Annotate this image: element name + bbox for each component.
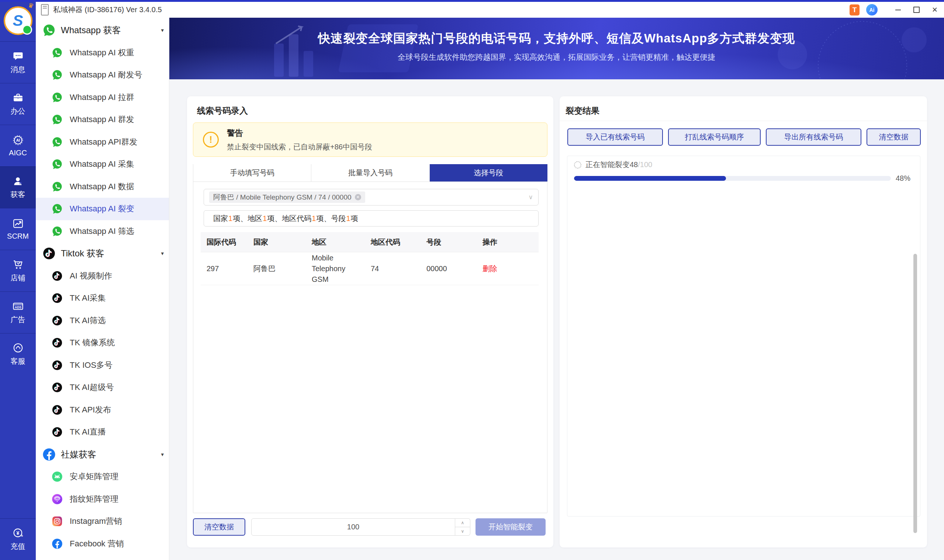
menu-facebook-marketing[interactable]: Facebook 营销 ▾	[36, 533, 169, 555]
window-title: 私域神器 (ID-386176) Ver 3.4.0.5	[53, 5, 162, 15]
svg-text:+: +	[21, 534, 23, 538]
rail-item-ads[interactable]: ADS 广告	[0, 291, 36, 333]
rail-nav: 消息 办公 AI AIGC 获客 SCRM 店铺 ADS	[0, 41, 36, 375]
tab-label: 选择号段	[474, 168, 503, 178]
count-stepper: ∧ ∨	[455, 518, 470, 535]
divider	[560, 121, 927, 121]
menu-whatsapp-acquisition[interactable]: Whatsapp 获客 ▾	[36, 19, 169, 42]
tab-select-segment[interactable]: 选择号段	[429, 164, 547, 182]
clear-data-button[interactable]: 清空数据	[193, 518, 245, 535]
rail-item-recharge[interactable]: ¥+ 充值	[0, 518, 36, 560]
rail-item-shop[interactable]: 店铺	[0, 250, 36, 291]
delete-row-link[interactable]: 删除	[483, 265, 497, 272]
main-area: 快速裂变全球国家热门号段的电话号码，支持外呼、短信及WhatsApp多方式群发变…	[169, 18, 944, 560]
menu-tk-ai-collect[interactable]: TK AI采集 ▾	[36, 287, 169, 309]
segment-select[interactable]: 阿鲁巴 / Mobile Telephony GSM / 74 / 00000 …	[204, 189, 538, 206]
menu-youtube-marketing[interactable]: Youtube 营销 ▾	[36, 555, 169, 560]
rail-item-scrm[interactable]: SCRM	[0, 208, 36, 250]
result-actions: 导入已有线索号码 打乱线索号码顺序 导出所有线索号码 清空数据	[567, 128, 921, 146]
stepper-down-button[interactable]: ∨	[455, 527, 470, 535]
menu-whatsapp-ai-group-pull[interactable]: Whatsapp AI 拉群 ▾	[36, 86, 169, 109]
svg-text:¥: ¥	[16, 530, 19, 535]
loading-spinner-icon	[574, 161, 581, 169]
menu-tk-ai-live[interactable]: TK AI直播 ▾	[36, 421, 169, 443]
tab-batch-import[interactable]: 批量导入号码	[311, 164, 429, 182]
menu-label: Whatsapp AI 筛选	[70, 226, 134, 237]
menu-whatsapp-ai-fission[interactable]: Whatsapp AI 裂变 ▾	[36, 198, 169, 220]
menu-label: Whatsapp AI 采集	[70, 158, 134, 170]
menu-android-matrix[interactable]: 安卓矩阵管理 ▾	[36, 466, 169, 488]
menu-label: TK AI超级号	[70, 382, 114, 393]
menu-fingerprint-matrix[interactable]: 指纹矩阵管理 ▾	[36, 488, 169, 511]
close-button[interactable]: ✕	[926, 2, 944, 18]
menu-social-acquisition[interactable]: 社媒获客 ▾	[36, 443, 169, 466]
menu-tk-api-publish[interactable]: TK API发布 ▾	[36, 399, 169, 421]
banner-subtitle: 全球号段生成软件助您跨越国界，实现高效沟通，拓展国际业务，让营销更精准，触达更便…	[169, 52, 944, 62]
app-window: ♛ S 消息 办公 AI AIGC 获客	[0, 0, 944, 560]
menu-whatsapp-ai-filter[interactable]: Whatsapp AI 筛选 ▾	[36, 220, 169, 243]
menu-label: Whatsapp AI 数据	[70, 181, 134, 192]
menu-label: Instagram营销	[70, 516, 122, 527]
rail-item-label: 办公	[11, 106, 25, 116]
titlebar: 私域神器 (ID-386176) Ver 3.4.0.5 T Ai ✕	[36, 2, 944, 18]
phone-icon	[41, 4, 49, 15]
rail-item-label: 获客	[11, 189, 25, 200]
svg-text:ADS: ADS	[15, 305, 22, 309]
menu-whatsapp-ai-mass-send[interactable]: Whatsapp AI 群发 ▾	[36, 108, 169, 131]
rail-item-service[interactable]: 客服	[0, 333, 36, 375]
remove-tag-icon[interactable]: ✕	[355, 194, 361, 200]
rail-item-label: AIGC	[9, 149, 27, 157]
menu-whatsapp-api-mass-send[interactable]: Whatsapp API群发 ▾	[36, 131, 169, 154]
menu-whatsapp-ai-durable[interactable]: Whatsapp AI 耐发号 ▾	[36, 64, 169, 86]
fission-count-input[interactable]: 100	[251, 518, 455, 535]
stepper-up-button[interactable]: ∧	[455, 519, 470, 527]
rail-item-messages[interactable]: 消息	[0, 41, 36, 83]
menu-label: 指纹矩阵管理	[70, 494, 118, 505]
entry-tabs: 手动填写号码批量导入号码选择号段	[193, 164, 547, 182]
tab-manual-entry[interactable]: 手动填写号码	[193, 164, 311, 182]
tray-ai-icon[interactable]: Ai	[866, 4, 878, 15]
shuffle-leads-button[interactable]: 打乱线索号码顺序	[668, 128, 761, 146]
hero-banner: 快速裂变全球国家热门号段的电话号码，支持外呼、短信及WhatsApp多方式群发变…	[169, 18, 944, 79]
rail-bottom: ¥+ 充值	[0, 518, 36, 560]
lead-panel-title: 线索号码录入	[197, 105, 248, 117]
menu-tk-ai-super[interactable]: TK AI超级号 ▾	[36, 376, 169, 399]
app-logo[interactable]: ♛ S	[0, 0, 36, 41]
export-leads-button[interactable]: 导出所有线索号码	[766, 128, 861, 146]
chevron-down-icon: ▾	[161, 451, 164, 458]
menu-tk-ai-filter[interactable]: TK AI筛选 ▾	[36, 309, 169, 332]
menu-whatsapp-ai-data[interactable]: Whatsapp AI 数据 ▾	[36, 175, 169, 198]
import-leads-button[interactable]: 导入已有线索号码	[567, 128, 663, 146]
cell-region: Mobile Telephony GSM	[312, 253, 371, 285]
primary-rail: ♛ S 消息 办公 AI AIGC 获客	[0, 0, 36, 560]
lead-entry-panel: 线索号码录入 ! 警告 禁止裂变中国线索，已自动屏蔽+86中国号段 手动填写号码…	[187, 96, 553, 548]
warning-text: 禁止裂变中国线索，已自动屏蔽+86中国号段	[227, 142, 372, 152]
menu-tk-mirror-system[interactable]: TK 镜像系统 ▾	[36, 332, 169, 354]
rail-item-label: SCRM	[7, 232, 29, 240]
menu-instagram-marketing[interactable]: Instagram营销 ▾	[36, 510, 169, 533]
close-icon: ✕	[932, 6, 938, 14]
progress-fill	[574, 176, 726, 181]
results-scrollbar[interactable]	[913, 254, 917, 533]
minimize-button[interactable]	[889, 2, 907, 18]
rail-item-acquisition[interactable]: 获客	[0, 166, 36, 208]
progress-label: 48%	[896, 174, 910, 183]
menu-tk-ios-multi[interactable]: TK IOS多号 ▾	[36, 354, 169, 377]
start-fission-button[interactable]: 开始智能裂变	[475, 518, 546, 535]
rail-item-aigc[interactable]: AI AIGC	[0, 125, 36, 166]
menu-tiktok-acquisition[interactable]: Tiktok 获客 ▾	[36, 242, 169, 265]
tab-label: 批量导入号码	[348, 168, 392, 178]
menu-label: Whatsapp AI 裂变	[70, 203, 134, 214]
segment-table: 国际代码 国家 地区 地区代码 号段 操作 297 阿鲁巴 Mobile Tel…	[201, 232, 538, 285]
cell-country: 阿鲁巴	[254, 264, 312, 274]
menu-label: TK AI筛选	[70, 315, 106, 326]
menu-label: Whatsapp AI 拉群	[70, 92, 134, 103]
tray-t-icon[interactable]: T	[850, 5, 859, 15]
maximize-button[interactable]	[907, 2, 926, 18]
clear-results-button[interactable]: 清空数据	[867, 128, 921, 146]
menu-ai-video-production[interactable]: AI 视频制作 ▾	[36, 265, 169, 288]
menu-whatsapp-ai-collect[interactable]: Whatsapp AI 采集 ▾	[36, 153, 169, 175]
status-current: 48	[630, 160, 638, 169]
rail-item-office[interactable]: 办公	[0, 83, 36, 125]
menu-whatsapp-ai-weight[interactable]: Whatsapp AI 权重 ▾	[36, 42, 169, 64]
